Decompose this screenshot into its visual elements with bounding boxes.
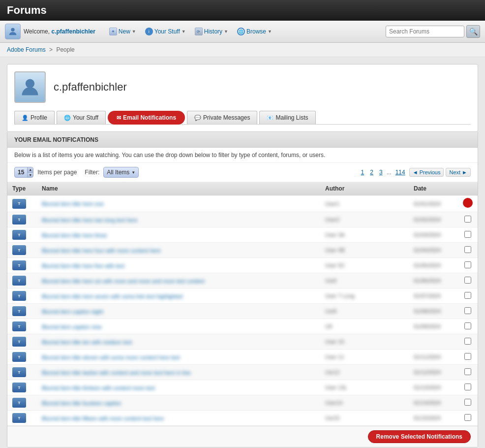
content-area: YOUR EMAIL NOTIFICATIONS Below is a list… [7,132,478,448]
checkbox-cell[interactable] [458,258,478,273]
page-1[interactable]: 1 [359,168,366,176]
svg-point-1 [26,79,34,88]
date-cell: 01/09/2024 [409,319,458,334]
table-row: TBlurred item title eleven with some mor… [7,350,478,365]
checkbox-cell[interactable] [458,350,478,365]
user-section: Welcome, c.pfaffenbichler [5,24,95,39]
item-link[interactable]: Blurred item title here one [42,201,104,207]
checkbox-cell[interactable] [458,273,478,288]
item-link[interactable]: Blurred item title here four with more c… [42,248,161,254]
tab-private-messages[interactable]: 💬 Private Messages [187,111,257,124]
tab-mailing-lists[interactable]: 📧 Mailing Lists [259,111,315,124]
page-3[interactable]: 3 [377,168,385,176]
name-cell[interactable]: Blurred item title fifteen with more con… [37,411,320,426]
row-checkbox[interactable] [464,277,471,284]
name-cell[interactable]: Blurred item title ten with medium text [37,334,320,350]
item-link[interactable]: Blurred item title here six with more an… [42,278,205,284]
item-link[interactable]: Blurred item title here seven with some … [42,293,182,299]
tab-your-stuff[interactable]: 🌐 Your Stuff [57,111,106,124]
col-type: Type [7,182,37,195]
new-nav-item[interactable]: + New ▼ [105,26,140,37]
name-cell[interactable]: Blurred item title eleven with some more… [37,350,320,365]
name-cell[interactable]: Blurred item title here one [37,195,320,212]
checkbox-cell[interactable] [458,288,478,304]
type-icon: T [12,260,26,270]
per-page-control[interactable]: 15 ▲ ▼ [14,167,33,178]
checkbox-cell[interactable] [458,243,478,258]
checkbox-cell[interactable] [458,395,478,411]
prev-page-button[interactable]: ◄ Previous [409,168,444,177]
item-link[interactable]: Blurred item caption nine [42,324,102,330]
browse-nav-item[interactable]: 🌐 Browse ▼ [233,26,276,37]
nav-links: + New ▼ i Your Stuff ▼ ⟳ History ▼ 🌐 Bro… [105,26,276,37]
item-link[interactable]: Blurred item title twelve with content a… [42,370,191,376]
per-page-up-arrow[interactable]: ▲ [28,167,33,173]
checkbox-cell[interactable] [458,334,478,350]
type-icon: T [12,413,26,423]
col-name: Name [37,182,320,195]
type-icon: T [12,199,26,209]
tab-profile[interactable]: 👤 Profile [14,111,55,124]
row-checkbox[interactable] [464,307,471,314]
checkbox-cell[interactable] [458,365,478,380]
page-last[interactable]: 114 [394,168,407,176]
name-cell[interactable]: Blurred item title here six with more an… [37,273,320,288]
tab-email-notifications[interactable]: ✉ Email Notifications [108,111,185,125]
name-cell[interactable]: Blurred item title here five with text [37,258,320,273]
item-link[interactable]: Blurred item title ten with medium text [42,339,132,345]
breadcrumb-root[interactable]: Adobe Forums [7,46,46,53]
row-checkbox[interactable] [464,322,471,329]
row-checkbox[interactable] [464,231,471,238]
item-link[interactable]: Blurred item title thirteen with content… [42,385,155,391]
name-cell[interactable]: Blurred item title thirteen with content… [37,380,320,395]
checkbox-cell[interactable] [458,411,478,426]
your-stuff-nav-item[interactable]: i Your Stuff ▼ [141,26,190,37]
filter-dropdown[interactable]: All Items ▼ [103,167,139,178]
checkbox-cell[interactable] [458,212,478,227]
name-cell[interactable]: Blurred item caption nine [37,319,320,334]
row-checkbox[interactable] [464,353,471,360]
name-cell[interactable]: Blurred item title twelve with content a… [37,365,320,380]
name-cell[interactable]: Blurred item caption eight [37,304,320,319]
item-link[interactable]: Blurred item caption eight [42,309,103,315]
date-cell: 01/01/2024 [409,195,458,212]
row-checkbox[interactable] [464,292,471,299]
author-cell: User 4B [320,243,409,258]
col-author: Author [320,182,409,195]
item-link[interactable]: Blurred item title here two long text he… [42,217,137,223]
item-link[interactable]: Blurred item title fourteen caption [42,400,121,406]
name-cell[interactable]: Blurred item title here three [37,227,320,243]
history-nav-item[interactable]: ⟳ History ▼ [191,26,232,37]
name-cell[interactable]: Blurred item title fourteen caption [37,395,320,411]
item-link[interactable]: Blurred item title here three [42,232,107,238]
row-checkbox[interactable] [464,414,471,421]
author-cell: Usr12 [320,365,409,380]
checkbox-cell[interactable] [458,195,478,212]
item-link[interactable]: Blurred item title eleven with some more… [42,354,180,360]
per-page-down-arrow[interactable]: ▼ [28,173,33,178]
author-cell: U9 [320,319,409,334]
checkbox-cell[interactable] [458,319,478,334]
checkbox-cell[interactable] [458,380,478,395]
row-checkbox[interactable] [464,338,471,345]
search-button[interactable]: 🔍 [466,25,480,38]
item-link[interactable]: Blurred item title here five with text [42,263,124,269]
checkbox-cell[interactable] [458,304,478,319]
row-checkbox[interactable] [464,399,471,406]
checkbox-cell[interactable] [458,227,478,243]
row-checkbox[interactable] [464,216,471,223]
page-2[interactable]: 2 [368,168,375,176]
row-checkbox[interactable] [464,246,471,253]
per-page-arrows[interactable]: ▲ ▼ [27,167,33,177]
your-stuff-label: Your Stuff [154,28,180,35]
remove-notifications-button[interactable]: Remove Selected Notifications [368,430,471,443]
next-page-button[interactable]: Next ► [446,168,471,177]
row-checkbox[interactable] [464,261,471,268]
row-checkbox[interactable] [464,368,471,375]
name-cell[interactable]: Blurred item title here four with more c… [37,243,320,258]
name-cell[interactable]: Blurred item title here seven with some … [37,288,320,304]
row-checkbox[interactable] [464,384,471,390]
name-cell[interactable]: Blurred item title here two long text he… [37,212,320,227]
search-input[interactable] [386,26,464,37]
item-link[interactable]: Blurred item title fifteen with more con… [42,416,164,421]
